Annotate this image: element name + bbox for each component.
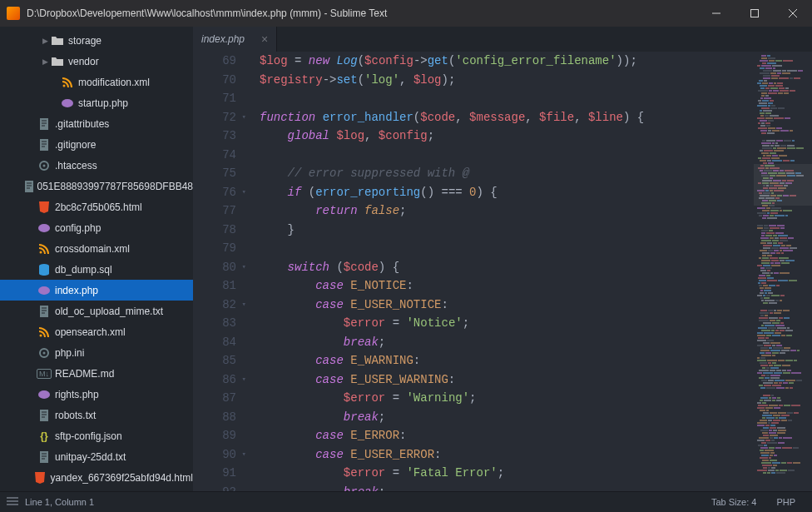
code-line[interactable]: $error = 'Warning'; — [260, 389, 754, 408]
sidebar-item-2bc8c7d5b065-html[interactable]: 2bc8c7d5b065.html — [0, 196, 193, 217]
minimize-button[interactable] — [697, 0, 735, 27]
line-number[interactable]: 74 — [193, 146, 236, 165]
line-number[interactable]: 76▾ — [193, 183, 236, 202]
fold-icon[interactable]: ▾ — [242, 183, 246, 202]
fold-icon[interactable]: ▾ — [242, 296, 246, 315]
code-line[interactable]: case E_USER_NOTICE: — [260, 296, 754, 315]
line-number[interactable]: 72▾ — [193, 108, 236, 127]
fold-icon[interactable]: ▾ — [242, 258, 246, 277]
code-line[interactable]: $log = new Log($config->get('config_erro… — [260, 52, 754, 71]
tab-index-php[interactable]: index.php × — [193, 27, 277, 52]
minimap[interactable] — [754, 52, 812, 491]
code-line[interactable]: global $log, $config; — [260, 127, 754, 146]
sidebar-item-rights-php[interactable]: rights.php — [0, 384, 193, 405]
php-icon — [37, 286, 52, 295]
line-number[interactable]: 73 — [193, 127, 236, 146]
line-number[interactable]: 82▾ — [193, 296, 236, 315]
sidebar-item-vendor[interactable]: ▶vendor — [0, 51, 193, 72]
line-number[interactable]: 81 — [193, 276, 236, 296]
line-number[interactable]: 77 — [193, 201, 236, 221]
code-line[interactable]: case E_NOTICE: — [260, 276, 754, 296]
code-line[interactable]: $registry->set('log', $log); — [260, 71, 754, 90]
sidebar-item-old-oc-upload-mime-txt[interactable]: old_oc_upload_mime.txt — [0, 301, 193, 321]
status-cursor[interactable]: Line 1, Column 1 — [25, 497, 94, 507]
code-line[interactable] — [260, 239, 754, 258]
status-tabsize[interactable]: Tab Size: 4 — [701, 497, 766, 507]
code-line[interactable]: case E_USER_WARNING: — [260, 370, 754, 390]
code-line[interactable]: case E_ERROR: — [260, 426, 754, 445]
sidebar-item-label: 2bc8c7d5b065.html — [55, 201, 142, 213]
code-line[interactable]: switch ($code) { — [260, 258, 754, 277]
sidebar-item--htaccess[interactable]: .htaccess — [0, 155, 193, 176]
sidebar-item-yandex-667369f25abfd94d-html[interactable]: yandex_667369f25abfd94d.html — [0, 467, 193, 488]
sidebar-item-label: config.php — [55, 222, 101, 234]
code-content[interactable]: $log = new Log($config->get('config_erro… — [243, 52, 754, 491]
code-line[interactable]: break; — [260, 408, 754, 427]
sidebar-item-label: sftp-config.json — [55, 430, 122, 442]
line-number[interactable]: 89 — [193, 426, 236, 445]
line-number[interactable]: 84 — [193, 333, 236, 352]
line-number[interactable]: 69 — [193, 52, 236, 71]
sidebar-item-readme-md[interactable]: M↓README.md — [0, 363, 193, 384]
sidebar-item-opensearch-xml[interactable]: opensearch.xml — [0, 321, 193, 342]
line-number[interactable]: 90▾ — [193, 445, 236, 465]
menu-icon[interactable] — [7, 497, 18, 507]
sql-icon — [37, 264, 52, 276]
line-number[interactable]: 83 — [193, 314, 236, 333]
code-line[interactable]: } — [260, 221, 754, 240]
maximize-button[interactable] — [735, 0, 774, 27]
minimap-viewport[interactable] — [754, 164, 812, 206]
line-number[interactable]: 80▾ — [193, 258, 236, 277]
sidebar-item-index-php[interactable]: index.php — [0, 280, 193, 301]
code-line[interactable]: // error suppressed with @ — [260, 164, 754, 183]
code-line[interactable]: if (error_reporting() === 0) { — [260, 183, 754, 202]
sidebar-item-config-php[interactable]: config.php — [0, 217, 193, 238]
code-line[interactable]: break; — [260, 483, 754, 492]
code-line[interactable]: $error = 'Fatal Error'; — [260, 464, 754, 483]
line-number[interactable]: 88 — [193, 408, 236, 427]
line-number[interactable]: 78 — [193, 221, 236, 240]
line-number[interactable]: 87 — [193, 389, 236, 408]
sidebar-item-robots-txt[interactable]: robots.txt — [0, 405, 193, 425]
sidebar-item-php-ini[interactable]: php.ini — [0, 342, 193, 363]
svg-rect-12 — [40, 306, 48, 317]
status-language[interactable]: PHP — [766, 497, 805, 507]
close-button[interactable] — [774, 0, 812, 27]
line-number[interactable]: 85 — [193, 351, 236, 370]
line-number[interactable]: 86▾ — [193, 370, 236, 390]
chevron-right-icon[interactable]: ▶ — [40, 57, 50, 66]
close-icon[interactable]: × — [261, 32, 268, 46]
line-number[interactable]: 92 — [193, 483, 236, 492]
code-line[interactable]: case E_WARNING: — [260, 351, 754, 370]
sidebar[interactable]: ▶storage▶vendormodification.xmlstartup.p… — [0, 27, 193, 491]
code-line[interactable] — [260, 146, 754, 165]
fold-icon[interactable]: ▾ — [242, 108, 246, 127]
code-line[interactable]: case E_USER_ERROR: — [260, 445, 754, 465]
sidebar-item-storage[interactable]: ▶storage — [0, 30, 193, 51]
chevron-right-icon[interactable]: ▶ — [40, 37, 50, 45]
sidebar-item-label: old_oc_upload_mime.txt — [55, 306, 163, 317]
sidebar-item-051e88893997787f85698dfbb48[interactable]: 051E88893997787F85698DFBB48 — [0, 176, 193, 196]
code-line[interactable] — [260, 89, 754, 108]
sidebar-item--gitattributes[interactable]: .gitattributes — [0, 113, 193, 134]
line-number[interactable]: 71 — [193, 89, 236, 108]
sidebar-item--gitignore[interactable]: .gitignore — [0, 134, 193, 155]
editor[interactable]: 69707172▾73747576▾77787980▾8182▾83848586… — [193, 52, 812, 491]
line-number[interactable]: 75 — [193, 164, 236, 183]
sidebar-item-startup-php[interactable]: startup.php — [0, 92, 193, 113]
line-number[interactable]: 79 — [193, 239, 236, 258]
line-number[interactable]: 70 — [193, 71, 236, 90]
sidebar-item-unitpay-25dd-txt[interactable]: unitpay-25dd.txt — [0, 446, 193, 467]
sidebar-item-sftp-config-json[interactable]: {}sftp-config.json — [0, 425, 193, 446]
code-line[interactable]: return false; — [260, 201, 754, 221]
fold-icon[interactable]: ▾ — [242, 370, 246, 390]
svg-point-13 — [40, 334, 42, 336]
sidebar-item-crossdomain-xml[interactable]: crossdomain.xml — [0, 238, 193, 259]
sidebar-item-db-dump-sql[interactable]: db_dump.sql — [0, 259, 193, 280]
code-line[interactable]: break; — [260, 333, 754, 352]
code-line[interactable]: function error_handler($code, $message, … — [260, 108, 754, 127]
code-line[interactable]: $error = 'Notice'; — [260, 314, 754, 333]
line-number[interactable]: 91 — [193, 464, 236, 483]
sidebar-item-modification-xml[interactable]: modification.xml — [0, 72, 193, 92]
fold-icon[interactable]: ▾ — [242, 445, 246, 465]
